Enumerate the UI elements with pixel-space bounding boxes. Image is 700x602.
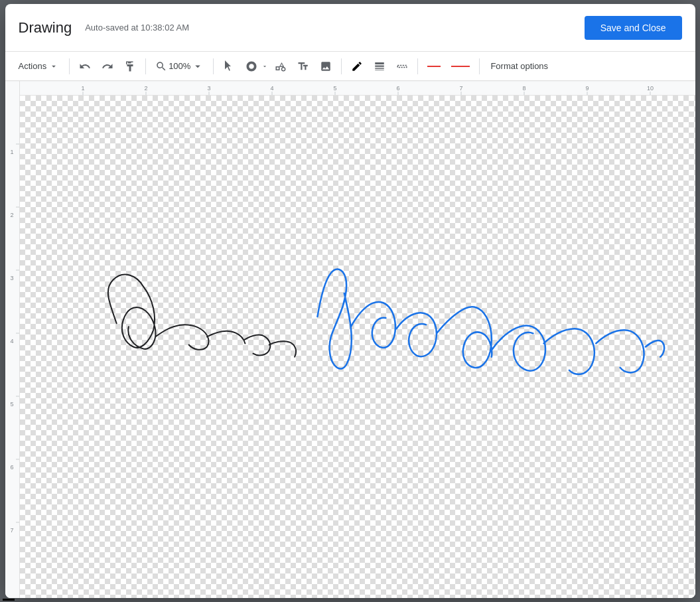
svg-text:2: 2 (144, 85, 147, 92)
svg-text:1: 1 (81, 85, 84, 92)
line-dash-icon (396, 60, 408, 72)
svg-text:3: 3 (10, 275, 13, 281)
drawing-toolbar: Actions 100% (5, 52, 695, 81)
canvas-area: 1 2 3 4 5 6 7 1 (5, 81, 695, 598)
toolbar-divider-2 (145, 58, 146, 74)
ruler-left: 1 2 3 4 5 6 7 (5, 81, 20, 598)
toolbar-divider-1 (69, 58, 70, 74)
svg-text:1: 1 (10, 149, 13, 155)
line-weight-icon (374, 60, 385, 72)
svg-text:5: 5 (10, 401, 13, 408)
actions-label: Actions (19, 61, 47, 71)
undo-icon (79, 60, 91, 72)
chevron-down-icon (49, 62, 58, 71)
drawing-dialog: Drawing Auto-saved at 10:38:02 AM Save a… (5, 4, 695, 598)
line-dash-button[interactable] (392, 56, 412, 77)
svg-text:4: 4 (270, 85, 273, 92)
zoom-chevron-icon (192, 60, 204, 72)
long-line-icon (451, 66, 470, 67)
shape-tool-button[interactable] (271, 56, 291, 77)
pen-icon (351, 60, 363, 72)
canvas-wrapper: 1 2 3 4 5 6 7 8 9 (20, 81, 695, 598)
dialog-title: Drawing (19, 19, 72, 37)
short-line-icon (427, 66, 441, 67)
zoom-label: 100% (169, 61, 190, 71)
autosave-status: Auto-saved at 10:38:02 AM (85, 23, 584, 33)
svg-text:9: 9 (585, 85, 589, 92)
svg-text:5: 5 (333, 85, 336, 92)
svg-text:6: 6 (10, 464, 13, 471)
format-options-button[interactable]: Format options (485, 56, 553, 77)
pen-color-button[interactable] (347, 56, 367, 77)
drawing-canvas[interactable] (20, 96, 695, 598)
toolbar-divider-5 (417, 58, 418, 74)
textbox-icon (297, 60, 309, 72)
image-icon (320, 60, 332, 72)
save-and-close-button[interactable]: Save and Close (585, 16, 682, 40)
svg-text:10: 10 (646, 85, 653, 92)
line-end-short-button[interactable] (423, 56, 445, 77)
redo-button[interactable] (98, 56, 117, 77)
paint-format-button[interactable] (120, 56, 140, 77)
drawing-surface (20, 96, 695, 598)
redo-icon (102, 60, 113, 72)
cursor-icon (223, 60, 235, 72)
toolbar-divider-4 (341, 58, 342, 74)
select-tool-button[interactable] (219, 56, 239, 77)
textbox-tool-button[interactable] (293, 56, 313, 77)
line-tool-chevron-icon (261, 63, 268, 70)
toolbar-divider-3 (213, 58, 214, 74)
svg-text:6: 6 (396, 85, 399, 92)
ruler-left-svg: 1 2 3 4 5 6 7 (5, 81, 20, 598)
actions-menu-button[interactable]: Actions (13, 56, 64, 77)
paint-format-icon (124, 60, 136, 72)
undo-button[interactable] (75, 56, 95, 77)
ruler-top-svg: 1 2 3 4 5 6 7 8 9 (20, 81, 695, 96)
line-end-long-button[interactable] (447, 56, 474, 77)
shape-icon (275, 60, 287, 72)
toolbar-divider-6 (479, 58, 480, 74)
dialog-header: Drawing Auto-saved at 10:38:02 AM Save a… (5, 4, 695, 52)
svg-text:7: 7 (10, 527, 13, 534)
svg-text:8: 8 (522, 85, 525, 92)
svg-text:7: 7 (459, 85, 462, 92)
svg-text:4: 4 (10, 338, 13, 344)
line-tool-button[interactable] (242, 56, 261, 77)
line-weight-button[interactable] (370, 56, 389, 77)
line-tool-icon (245, 60, 257, 72)
svg-text:3: 3 (207, 85, 210, 92)
image-tool-button[interactable] (316, 56, 336, 77)
ruler-top: 1 2 3 4 5 6 7 8 9 (20, 81, 695, 96)
zoom-icon (155, 60, 167, 72)
zoom-button[interactable]: 100% (151, 56, 208, 77)
svg-text:2: 2 (10, 212, 13, 218)
